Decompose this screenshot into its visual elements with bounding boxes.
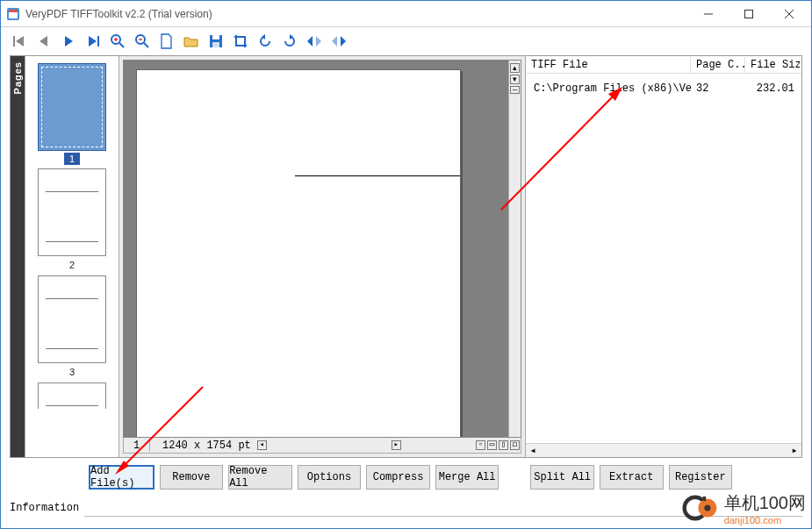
- col-header-file[interactable]: TIFF File: [526, 57, 691, 73]
- merge-all-button[interactable]: Merge All: [435, 465, 499, 490]
- view-height-icon[interactable]: ▯: [499, 440, 508, 450]
- file-list-header: TIFF File Page C... File Siz: [526, 56, 801, 74]
- add-file-button[interactable]: Add File(s): [89, 465, 154, 490]
- view-width-icon[interactable]: ▭: [487, 440, 497, 450]
- rotate-left-icon[interactable]: [257, 33, 273, 49]
- svg-point-37: [704, 505, 710, 511]
- last-page-icon[interactable]: [85, 33, 101, 49]
- thumbnail[interactable]: [38, 63, 106, 151]
- file-size: 232.01: [745, 82, 800, 95]
- scroll-up-icon[interactable]: ▴: [510, 63, 520, 73]
- scroll-right-icon[interactable]: ▸: [787, 444, 801, 457]
- page-dimensions: 1240 x 1754 pt: [150, 440, 256, 452]
- col-header-pages[interactable]: Page C...: [691, 57, 745, 73]
- thumbnail[interactable]: [38, 382, 106, 409]
- next-page-icon[interactable]: [61, 33, 76, 49]
- svg-rect-2: [9, 10, 18, 12]
- file-pages: 32: [691, 82, 745, 95]
- rotate-right-icon[interactable]: [282, 33, 298, 49]
- scroll-down-icon[interactable]: ▾: [510, 75, 520, 84]
- flip-v-icon[interactable]: [331, 33, 347, 49]
- watermark-logo-icon: [682, 490, 719, 526]
- page-number: 1: [124, 440, 150, 452]
- watermark-url: danji100.com: [724, 515, 806, 525]
- new-doc-icon[interactable]: [159, 33, 175, 49]
- first-page-icon[interactable]: [11, 33, 27, 49]
- flip-h-icon[interactable]: [306, 33, 322, 49]
- view-actual-icon[interactable]: ◻: [510, 440, 520, 450]
- remove-all-button[interactable]: Remove All: [228, 465, 292, 490]
- button-bar: Add File(s) Remove Remove All Options Co…: [10, 465, 802, 490]
- svg-line-14: [119, 43, 124, 47]
- thumbnail-label: 3: [69, 365, 75, 379]
- close-button[interactable]: [769, 1, 809, 26]
- canvas-area: ▴ ▾ – 1 1240 x 1754 pt ◂ ▸ ▫ ▭ ▯ ◻: [119, 56, 526, 457]
- prev-page-icon[interactable]: [36, 33, 52, 49]
- thumbnail[interactable]: [38, 275, 106, 363]
- app-icon: [6, 7, 20, 21]
- scroll-left-icon[interactable]: ◂: [526, 444, 540, 457]
- crop-icon[interactable]: [233, 33, 248, 49]
- main-area: Pages 1 2 3 ▴ ▾ – 1 1240 x 1754 pt ◂: [10, 55, 802, 458]
- pages-tab[interactable]: Pages: [11, 56, 25, 457]
- scroll-left-icon[interactable]: ◂: [257, 440, 267, 450]
- extract-button[interactable]: Extract: [600, 465, 664, 490]
- canvas-status-bar: 1 1240 x 1754 pt ◂ ▸ ▫ ▭ ▯ ◻: [123, 438, 521, 454]
- compress-button[interactable]: Compress: [366, 465, 430, 490]
- view-fit-icon[interactable]: ▫: [476, 440, 485, 450]
- zoom-in-icon[interactable]: [110, 33, 126, 49]
- toolbar: [1, 27, 811, 52]
- thumbnail-label: 1: [64, 153, 80, 165]
- svg-rect-21: [212, 35, 219, 39]
- svg-marker-28: [341, 36, 346, 46]
- svg-rect-38: [702, 497, 706, 501]
- page-preview: [136, 69, 461, 438]
- thumbnail-label: 2: [69, 258, 75, 272]
- svg-marker-25: [307, 36, 313, 46]
- vertical-nav-strip: ▴ ▾ –: [508, 61, 521, 437]
- open-icon[interactable]: [183, 33, 199, 49]
- svg-marker-26: [316, 36, 321, 46]
- watermark: 单机100网 danji100.com: [682, 490, 806, 526]
- page-viewport[interactable]: ▴ ▾ –: [123, 60, 521, 438]
- file-list-hscroll[interactable]: ◂ ▸: [526, 443, 801, 457]
- col-header-size[interactable]: File Siz: [745, 57, 800, 73]
- split-all-button[interactable]: Split All: [530, 465, 594, 490]
- svg-marker-10: [65, 36, 73, 46]
- window-title: VeryPDF TIFFToolkit v2.2 (Trial version): [25, 8, 688, 20]
- svg-rect-7: [13, 36, 15, 46]
- save-icon[interactable]: [208, 33, 224, 49]
- svg-marker-11: [89, 36, 97, 46]
- maximize-button[interactable]: [729, 1, 769, 26]
- watermark-text: 单机100网: [724, 491, 806, 515]
- svg-rect-12: [97, 36, 99, 46]
- remove-button[interactable]: Remove: [160, 465, 224, 490]
- svg-marker-27: [332, 36, 337, 46]
- title-bar: VeryPDF TIFFToolkit v2.2 (Trial version): [1, 1, 811, 27]
- thumbnail[interactable]: [38, 168, 106, 256]
- file-list-panel: TIFF File Page C... File Siz C:\Program …: [526, 56, 801, 457]
- zoom-out-icon[interactable]: [134, 33, 150, 49]
- thumbnail-panel: 1 2 3: [25, 56, 119, 457]
- svg-marker-9: [40, 36, 47, 46]
- options-button[interactable]: Options: [298, 465, 362, 490]
- information-label: Information: [10, 500, 84, 514]
- svg-marker-8: [16, 36, 24, 46]
- scroll-right-icon[interactable]: ▸: [392, 440, 401, 450]
- register-button[interactable]: Register: [669, 465, 733, 490]
- svg-line-18: [144, 43, 148, 47]
- scroll-marker-icon[interactable]: –: [510, 86, 520, 94]
- svg-rect-4: [745, 10, 753, 18]
- file-row[interactable]: C:\Program Files (x86)\Ver... 32 232.01: [526, 81, 801, 97]
- svg-rect-22: [212, 42, 219, 47]
- minimize-button[interactable]: [688, 1, 729, 26]
- file-path: C:\Program Files (x86)\Ver...: [534, 82, 691, 95]
